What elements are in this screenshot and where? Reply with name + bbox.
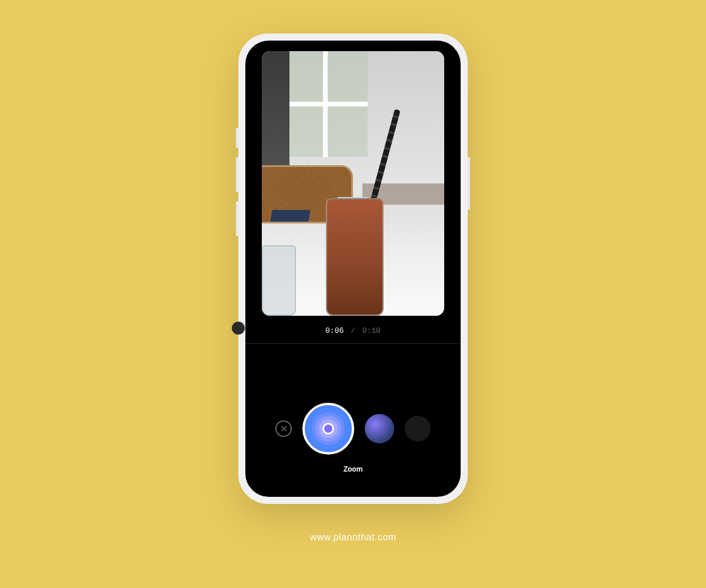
phone-screen: 0:06 / 0:10 ✕ Zoom [245,41,461,497]
phone-mute-switch [236,128,238,148]
zoom-effect-icon [322,423,334,435]
scene-iced-coffee-glass [326,198,384,316]
further-effect-option[interactable] [405,416,431,442]
next-effect-option[interactable] [365,414,394,443]
scene-water-glass [262,245,296,316]
phone-power-button [468,157,470,210]
controls-panel: ✕ Zoom [245,344,461,497]
scene-notebook [270,210,311,222]
footer-watermark: www.plannthat.com [309,532,396,543]
phone-volume-up [236,157,238,192]
recording-timer: 0:06 / 0:10 [245,316,461,344]
effect-carousel[interactable]: ✕ [275,403,431,455]
timer-separator: / [348,326,358,335]
close-effects-button[interactable]: ✕ [275,420,292,437]
scene-window-frame [284,51,368,157]
viewfinder-container [245,41,461,316]
phone-mockup: 0:06 / 0:10 ✕ Zoom [238,34,468,504]
selected-effect-label: Zoom [344,465,363,473]
timer-current: 0:06 [325,326,344,335]
timer-total: 0:10 [362,326,381,335]
selected-effect-button[interactable] [302,403,354,455]
video-viewfinder[interactable] [262,51,444,316]
phone-volume-down [236,201,238,236]
close-icon: ✕ [280,423,288,435]
